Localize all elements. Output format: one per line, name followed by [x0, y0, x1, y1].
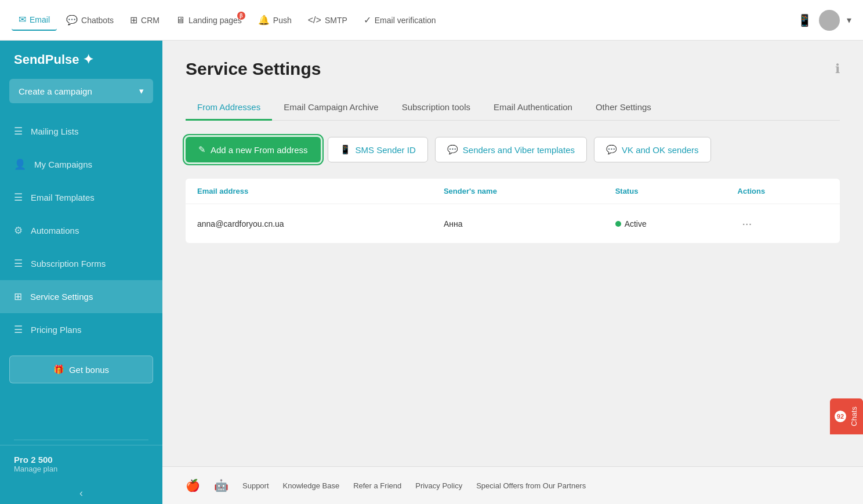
- top-nav-right: 📱 ▾: [797, 10, 851, 31]
- sidebar: SendPulse ✦ Create a campaign ▾ ☰ Mailin…: [0, 41, 162, 504]
- sidebar-item-mailing-lists[interactable]: ☰ Mailing Lists: [0, 115, 162, 148]
- pricing-plans-icon: ☰: [14, 324, 23, 336]
- cell-status: Active: [604, 204, 726, 244]
- tab-email-authentication[interactable]: Email Authentication: [482, 95, 584, 121]
- crm-icon: ⊞: [130, 14, 137, 26]
- sidebar-item-automations[interactable]: ⚙ Automations: [0, 214, 162, 247]
- sidebar-bottom: Pro 2 500 Manage plan: [0, 445, 162, 483]
- footer-knowledge-base[interactable]: Knowledge Base: [283, 481, 340, 490]
- my-campaigns-icon: 👤: [14, 158, 26, 171]
- cell-sender-name: Анна: [432, 204, 604, 244]
- sms-icon: 📱: [340, 144, 351, 155]
- nav-smtp[interactable]: </> SMTP: [301, 10, 354, 30]
- page-header: Service Settings ℹ: [186, 59, 840, 79]
- verification-icon: ✓: [364, 14, 371, 26]
- senders-icon: 💬: [447, 144, 458, 155]
- landing-icon: 🖥: [176, 15, 185, 26]
- senders-viber-button[interactable]: 💬 Senders and Viber templates: [435, 137, 587, 162]
- nav-landing[interactable]: 🖥 Landing pages β: [169, 10, 249, 30]
- info-icon[interactable]: ℹ: [835, 61, 840, 77]
- service-settings-icon: ⊞: [14, 291, 22, 303]
- avatar-dropdown-icon[interactable]: ▾: [847, 14, 851, 26]
- sms-sender-id-button[interactable]: 📱 SMS Sender ID: [328, 137, 428, 162]
- vk-ok-button[interactable]: 💬 VK and OK senders: [594, 137, 711, 162]
- get-bonus-button[interactable]: 🎁 Get bonus: [9, 356, 153, 383]
- apple-icon: 🍎: [186, 478, 200, 492]
- sidebar-divider: [14, 440, 148, 440]
- email-templates-icon: ☰: [14, 191, 23, 204]
- status-dot: [615, 221, 621, 227]
- vk-icon: 💬: [606, 144, 617, 155]
- sidebar-item-service-settings[interactable]: ⊞ Service Settings: [0, 280, 162, 313]
- from-addresses-table: Email address Sender's name Status Actio…: [186, 179, 840, 243]
- chats-count: 92: [835, 411, 846, 422]
- content-inner: Service Settings ℹ From Addresses Email …: [162, 41, 863, 466]
- beta-badge: β: [237, 12, 245, 20]
- sidebar-item-my-campaigns[interactable]: 👤 My Campaigns: [0, 148, 162, 181]
- push-icon: 🔔: [258, 14, 270, 26]
- col-actions: Actions: [726, 179, 840, 204]
- status-active: Active: [615, 219, 715, 229]
- tabs-bar: From Addresses Email Campaign Archive Su…: [186, 95, 840, 121]
- chats-button[interactable]: 92 Chats: [830, 398, 863, 434]
- tab-from-addresses[interactable]: From Addresses: [186, 95, 272, 121]
- nav-email[interactable]: ✉ Email: [12, 9, 57, 31]
- mobile-icon[interactable]: 📱: [797, 13, 812, 27]
- create-campaign-button[interactable]: Create a campaign ▾: [9, 79, 153, 103]
- android-icon: 🤖: [214, 478, 229, 492]
- chats-label: Chats: [850, 407, 858, 426]
- plan-name: Pro 2 500: [14, 455, 148, 465]
- tab-email-campaign-archive[interactable]: Email Campaign Archive: [272, 95, 390, 121]
- tab-other-settings[interactable]: Other Settings: [584, 95, 663, 121]
- mailing-lists-icon: ☰: [14, 125, 23, 137]
- email-icon: ✉: [19, 14, 26, 25]
- avatar[interactable]: [819, 10, 840, 31]
- nav-crm[interactable]: ⊞ CRM: [123, 10, 166, 30]
- add-from-address-button[interactable]: ✎ Add a new From address: [186, 137, 321, 162]
- row-actions-button[interactable]: ···: [738, 215, 757, 233]
- status-label: Active: [625, 219, 647, 229]
- footer-support[interactable]: Support: [242, 481, 269, 490]
- nav-verification[interactable]: ✓ Email verification: [357, 10, 443, 30]
- sidebar-logo: SendPulse ✦: [0, 41, 162, 79]
- footer-privacy-policy[interactable]: Privacy Policy: [415, 481, 462, 490]
- chatbots-icon: 💬: [66, 14, 78, 26]
- footer-special-offers[interactable]: Special Offers from Our Partners: [476, 481, 586, 490]
- action-buttons: ✎ Add a new From address 📱 SMS Sender ID…: [186, 137, 840, 162]
- dropdown-icon: ▾: [139, 86, 144, 96]
- subscription-forms-icon: ☰: [14, 258, 23, 270]
- sidebar-item-subscription-forms[interactable]: ☰ Subscription Forms: [0, 247, 162, 280]
- col-sender-name: Sender's name: [432, 179, 604, 204]
- edit-icon: ✎: [198, 144, 206, 155]
- top-navigation: ✉ Email 💬 Chatbots ⊞ CRM 🖥 Landing pages…: [0, 0, 863, 41]
- table-row: anna@cardforyou.cn.ua Анна Active ···: [186, 204, 840, 244]
- cell-actions: ···: [726, 204, 840, 244]
- sidebar-item-email-templates[interactable]: ☰ Email Templates: [0, 181, 162, 214]
- sidebar-item-pricing-plans[interactable]: ☰ Pricing Plans: [0, 313, 162, 346]
- nav-chatbots[interactable]: 💬 Chatbots: [59, 10, 121, 30]
- tab-subscription-tools[interactable]: Subscription tools: [390, 95, 482, 121]
- nav-items: ✉ Email 💬 Chatbots ⊞ CRM 🖥 Landing pages…: [12, 9, 443, 31]
- col-status: Status: [604, 179, 726, 204]
- cell-email: anna@cardforyou.cn.ua: [186, 204, 432, 244]
- sidebar-collapse[interactable]: ‹: [0, 483, 162, 504]
- main-layout: SendPulse ✦ Create a campaign ▾ ☰ Mailin…: [0, 41, 863, 504]
- page-title: Service Settings: [186, 59, 321, 79]
- smtp-icon: </>: [308, 15, 321, 26]
- gift-icon: 🎁: [53, 364, 64, 375]
- col-email: Email address: [186, 179, 432, 204]
- footer: 🍎 🤖 Support Knowledge Base Refer a Frien…: [162, 466, 863, 504]
- nav-push[interactable]: 🔔 Push: [251, 10, 299, 30]
- automations-icon: ⚙: [14, 224, 23, 237]
- manage-plan-link[interactable]: Manage plan: [14, 465, 148, 473]
- footer-refer-friend[interactable]: Refer a Friend: [353, 481, 401, 490]
- content-area: Service Settings ℹ From Addresses Email …: [162, 41, 863, 504]
